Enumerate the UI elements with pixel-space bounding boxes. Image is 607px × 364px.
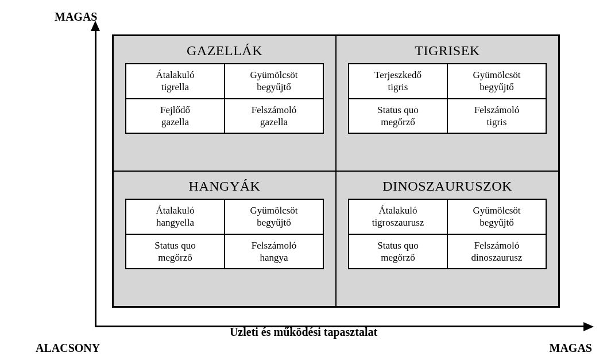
cell: Terjeszkedő tigris bbox=[349, 64, 447, 99]
subgrid: Átalakuló hangyella Gyümölcsöt begyűjtő … bbox=[125, 199, 324, 269]
x-axis-line bbox=[95, 326, 586, 327]
cell: Felszámoló hangya bbox=[225, 234, 323, 269]
cell: Felszámoló dinoszaurusz bbox=[447, 234, 546, 269]
cell: Gyümölcsöt begyűjtő bbox=[225, 199, 323, 234]
cell: Status quo megőrző bbox=[349, 234, 447, 269]
cell: Felszámoló tigris bbox=[447, 99, 546, 134]
x-axis-label: Üzleti és működési tapasztalat bbox=[230, 326, 377, 339]
cell: Gyümölcsöt begyűjtő bbox=[447, 64, 546, 99]
quadrant-bottom-right: DINOSZAURUSZOK Átalakuló tigroszaurusz G… bbox=[336, 171, 559, 307]
quadrant-title: TIGRISEK bbox=[415, 43, 480, 59]
cell: Felszámoló gazella bbox=[225, 99, 323, 134]
subgrid: Átalakuló tigrella Gyümölcsöt begyűjtő F… bbox=[125, 63, 324, 134]
quadrant-top-left: GAZELLÁK Átalakuló tigrella Gyümölcsöt b… bbox=[113, 36, 336, 171]
cell: Status quo megőrző bbox=[126, 234, 225, 269]
quadrant-title: GAZELLÁK bbox=[187, 43, 262, 59]
quadrant-top-right: TIGRISEK Terjeszkedő tigris Gyümölcsöt b… bbox=[336, 36, 559, 171]
quadrant-title: HANGYÁK bbox=[189, 179, 261, 194]
subgrid: Átalakuló tigroszaurusz Gyümölcsöt begyű… bbox=[348, 199, 547, 269]
cell: Gyümölcsöt begyűjtő bbox=[225, 64, 323, 99]
cell: Fejlődő gazella bbox=[126, 99, 225, 134]
matrix-grid: GAZELLÁK Átalakuló tigrella Gyümölcsöt b… bbox=[112, 34, 560, 308]
arrow-up-icon bbox=[91, 21, 100, 31]
cell: Status quo megőrző bbox=[349, 99, 447, 134]
cell: Átalakuló hangyella bbox=[126, 199, 225, 234]
corner-label-bottom-right: MAGAS bbox=[550, 342, 592, 355]
cell: Átalakuló tigrella bbox=[126, 64, 225, 99]
quadrant-title: DINOSZAURUSZOK bbox=[382, 179, 512, 194]
corner-label-bottom-left: ALACSONY bbox=[36, 342, 100, 355]
arrow-right-icon bbox=[583, 322, 594, 331]
y-axis-line bbox=[95, 29, 96, 327]
cell: Gyümölcsöt begyűjtő bbox=[447, 199, 546, 234]
cell: Átalakuló tigroszaurusz bbox=[349, 199, 447, 234]
subgrid: Terjeszkedő tigris Gyümölcsöt begyűjtő S… bbox=[348, 63, 547, 134]
quadrant-bottom-left: HANGYÁK Átalakuló hangyella Gyümölcsöt b… bbox=[113, 171, 336, 307]
